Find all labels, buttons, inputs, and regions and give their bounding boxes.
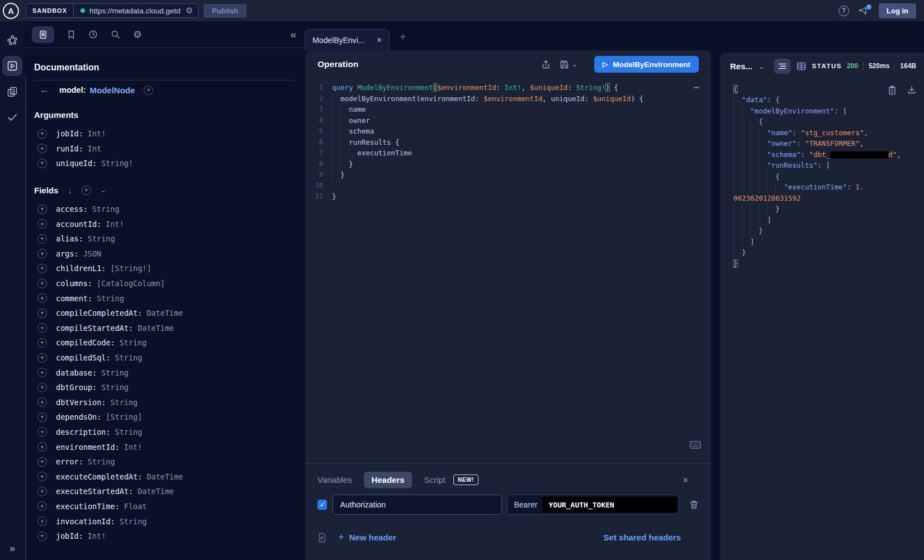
code-line[interactable]: 11}	[305, 191, 711, 202]
add-to-query-icon[interactable]: +	[37, 159, 47, 168]
code-line[interactable]: 7executionTime	[305, 148, 711, 159]
add-type-to-query-icon[interactable]: +	[144, 86, 153, 95]
apollo-logo[interactable]: A	[3, 3, 19, 19]
sandbox-diff-icon[interactable]	[2, 82, 22, 102]
add-to-query-icon[interactable]: +	[37, 323, 47, 333]
bookmarks-icon[interactable]	[67, 30, 75, 39]
add-to-query-icon[interactable]: +	[37, 487, 47, 496]
field-type[interactable]: Float	[124, 502, 147, 511]
field-type[interactable]: String	[120, 338, 147, 347]
field-type[interactable]: Int!	[88, 531, 106, 540]
field-type[interactable]: String	[101, 368, 129, 377]
code-line[interactable]: 4owner	[305, 115, 711, 126]
add-to-query-icon[interactable]: +	[37, 205, 47, 214]
add-to-query-icon[interactable]: +	[37, 219, 47, 229]
explorer-settings-gear-icon[interactable]: ⚙	[133, 29, 142, 41]
add-to-query-icon[interactable]: +	[37, 293, 47, 303]
header-name-input[interactable]	[333, 495, 502, 515]
tab-script[interactable]: Script	[424, 475, 446, 485]
add-to-query-icon[interactable]: +	[37, 264, 47, 273]
keyboard-shortcuts-icon[interactable]	[690, 441, 701, 449]
field-row[interactable]: +invocationId:String	[34, 514, 294, 529]
help-icon[interactable]: ?	[838, 6, 849, 16]
tab-headers[interactable]: Headers	[364, 472, 411, 488]
field-type[interactable]: String!	[101, 159, 133, 168]
field-row[interactable]: +environmentId:Int!	[34, 439, 294, 454]
add-to-query-icon[interactable]: +	[37, 412, 47, 422]
field-type[interactable]: String	[92, 205, 120, 213]
field-row[interactable]: +error:String	[34, 454, 294, 469]
add-to-query-icon[interactable]: +	[37, 397, 47, 407]
field-row[interactable]: +compileCompletedAt:DateTime	[34, 306, 294, 321]
add-to-query-icon[interactable]: +	[37, 457, 47, 467]
announcements-icon[interactable]	[859, 6, 869, 16]
editor-menu-icon[interactable]: ⋯	[694, 82, 700, 93]
schema-graph-icon[interactable]	[2, 30, 22, 50]
code-line[interactable]: 6runResults {	[305, 137, 711, 148]
field-type[interactable]: String	[110, 398, 138, 407]
explorer-icon[interactable]	[2, 56, 22, 76]
table-view-icon[interactable]	[797, 62, 806, 70]
add-to-query-icon[interactable]: +	[37, 338, 47, 348]
field-row[interactable]: +columns:[CatalogColumn]	[34, 276, 294, 291]
add-to-query-icon[interactable]: +	[37, 279, 47, 288]
field-type[interactable]: Int	[88, 144, 101, 153]
field-type[interactable]: [CatalogColumn]	[97, 279, 165, 288]
field-row[interactable]: +compiledCode:String	[34, 335, 294, 350]
code-line[interactable]: 8}	[305, 159, 711, 170]
response-title[interactable]: Res...	[730, 61, 752, 71]
download-response-icon[interactable]	[907, 86, 916, 95]
code-line[interactable]: 2modelByEnvironment(environmentId: $envi…	[305, 93, 711, 105]
publish-button[interactable]: Publish	[203, 4, 247, 18]
field-row[interactable]: +dbtVersion:String	[34, 395, 294, 410]
field-type[interactable]: DateTime	[138, 324, 174, 333]
add-to-query-icon[interactable]: +	[37, 516, 47, 526]
add-to-query-icon[interactable]: +	[37, 129, 47, 139]
connection-settings-gear-icon[interactable]: ⚙	[186, 6, 193, 16]
field-row[interactable]: +comment:String	[34, 291, 294, 306]
history-icon[interactable]	[88, 30, 98, 39]
share-operation-icon[interactable]	[541, 60, 551, 69]
field-type[interactable]: DateTime	[146, 472, 183, 481]
code-line[interactable]: 1query ModelByEnvironment($environmentId…	[305, 82, 711, 93]
close-tab-icon[interactable]: ×	[377, 35, 382, 45]
argument-row[interactable]: +jobId:Int!	[34, 126, 294, 141]
tab-modelbyenvironment[interactable]: ModelByEnvi... ×	[305, 29, 390, 50]
code-line[interactable]: 3name	[305, 104, 711, 115]
code-line[interactable]: 9}	[305, 169, 711, 181]
add-to-query-icon[interactable]: +	[37, 472, 47, 481]
field-type[interactable]: Int!	[124, 443, 143, 452]
field-row[interactable]: +access:String	[34, 202, 294, 217]
header-value-field[interactable]: Bearer YOUR_AUTH_TOKEN	[507, 495, 680, 515]
field-type[interactable]: DateTime	[146, 309, 183, 317]
checklist-icon[interactable]	[2, 107, 22, 127]
save-options-chevron-icon[interactable]: ⌄	[572, 60, 577, 68]
header-enabled-checkbox[interactable]: ✓	[318, 500, 327, 510]
add-to-query-icon[interactable]: +	[37, 309, 47, 318]
breadcrumb-type-link[interactable]: ModelNode	[90, 86, 135, 95]
field-type[interactable]: [String]	[106, 412, 142, 421]
field-type[interactable]: String	[115, 353, 143, 362]
add-to-query-icon[interactable]: +	[37, 249, 47, 258]
edit-headers-raw-icon[interactable]	[318, 533, 327, 543]
field-row[interactable]: +childrenL1:[String!]	[34, 261, 294, 276]
sort-fields-icon[interactable]: ↓	[68, 186, 72, 195]
back-arrow-icon[interactable]: ←	[40, 84, 49, 96]
run-operation-button[interactable]: ▷ ModelByEnvironment	[594, 56, 699, 73]
new-header-button[interactable]: + New header	[338, 531, 396, 543]
argument-row[interactable]: +runId:Int	[34, 141, 294, 156]
collapse-request-panel-icon[interactable]: »	[681, 477, 691, 482]
documentation-tab-icon[interactable]	[32, 26, 54, 43]
add-all-fields-icon[interactable]: +	[82, 186, 91, 195]
field-type[interactable]: String	[115, 428, 143, 436]
add-to-query-icon[interactable]: +	[37, 427, 47, 436]
add-to-query-icon[interactable]: +	[37, 383, 47, 392]
expand-rail-icon[interactable]: »	[10, 543, 15, 554]
field-type[interactable]: String	[120, 517, 147, 526]
save-operation-button[interactable]: ⌄	[560, 60, 577, 69]
code-line[interactable]: 5schema	[305, 126, 711, 137]
login-button[interactable]: Log in	[879, 3, 916, 18]
field-row[interactable]: +executeCompletedAt:DateTime	[34, 469, 294, 484]
fields-options-chevron-icon[interactable]: ⌄	[101, 186, 106, 194]
field-type[interactable]: String	[97, 294, 124, 303]
